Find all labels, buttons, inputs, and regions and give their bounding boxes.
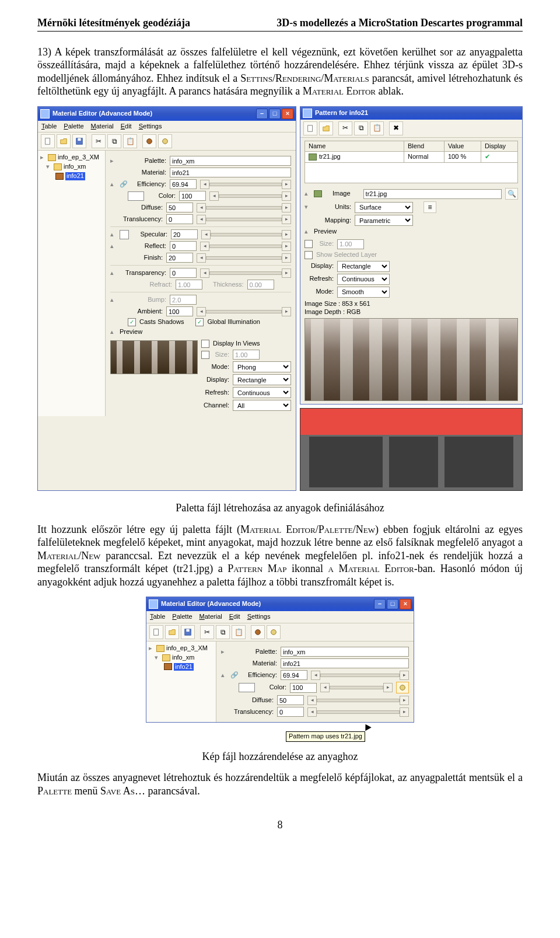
new-button[interactable] xyxy=(149,625,163,639)
pattern-map-icon[interactable] xyxy=(396,682,409,693)
close-button[interactable]: × xyxy=(282,109,293,119)
units-select[interactable]: Surface xyxy=(355,202,413,213)
efficiency-input[interactable] xyxy=(281,670,307,680)
refresh-select[interactable]: Continuous xyxy=(233,387,291,398)
transparency-slider[interactable]: ◂▸ xyxy=(200,269,291,277)
tree-root[interactable]: ▸info_ep_3_XM xyxy=(149,644,214,653)
palette-tree[interactable]: ▸info_ep_3_XM ▾info_xm info21 xyxy=(146,641,216,722)
tree-palette[interactable]: ▾info_xm xyxy=(149,653,214,662)
image-input[interactable] xyxy=(363,189,502,199)
copy-icon[interactable]: ⧉ xyxy=(354,121,368,135)
translucency-input[interactable] xyxy=(277,707,304,717)
diffuse-input[interactable] xyxy=(277,695,304,705)
paste-icon[interactable]: 📋 xyxy=(232,625,246,639)
open-button[interactable] xyxy=(319,121,333,135)
3d-viewport[interactable] xyxy=(300,408,523,491)
save-button[interactable] xyxy=(72,134,86,148)
maximize-button[interactable]: □ xyxy=(269,109,281,119)
reflect-slider[interactable]: ◂▸ xyxy=(200,242,291,250)
mat-icon-b[interactable] xyxy=(267,625,281,639)
cut-icon[interactable]: ✂ xyxy=(200,625,214,639)
efficiency-input[interactable] xyxy=(170,179,197,189)
tree-material[interactable]: info21 xyxy=(40,172,103,181)
new-button[interactable] xyxy=(303,121,317,135)
col-display[interactable]: Display xyxy=(481,141,517,152)
col-value[interactable]: Value xyxy=(444,141,481,152)
open-button[interactable] xyxy=(57,134,71,148)
reflect-input[interactable] xyxy=(170,241,197,251)
display-select[interactable]: Rectangle xyxy=(233,374,291,385)
material-input[interactable] xyxy=(281,658,409,668)
mode-select[interactable]: Phong xyxy=(233,361,291,372)
color-slider[interactable]: ◂▸ xyxy=(320,684,393,692)
ambient-input[interactable] xyxy=(166,306,193,316)
open-button[interactable] xyxy=(165,625,179,639)
col-name[interactable]: Name xyxy=(305,141,404,152)
size-checkbox[interactable] xyxy=(304,240,313,248)
transparency-input[interactable] xyxy=(170,268,197,278)
menu-material[interactable]: Material xyxy=(200,613,222,621)
maximize-button[interactable]: □ xyxy=(387,599,398,609)
color-input[interactable] xyxy=(179,191,206,201)
diffuse-input[interactable] xyxy=(166,203,193,212)
menu-table[interactable]: Table xyxy=(150,613,165,621)
specular-input[interactable] xyxy=(171,229,198,239)
copy-icon[interactable]: ⧉ xyxy=(107,134,121,148)
titlebar[interactable]: Material Editor (Advanced Mode) – □ × xyxy=(38,107,296,121)
palette-input[interactable] xyxy=(170,156,291,166)
menu-material[interactable]: Material xyxy=(91,123,114,131)
minimize-button[interactable]: – xyxy=(374,599,386,609)
menu-settings[interactable]: Settings xyxy=(247,613,271,621)
menu-edit[interactable]: Edit xyxy=(121,123,132,131)
size-checkbox[interactable] xyxy=(201,351,209,359)
new-button[interactable] xyxy=(41,134,55,148)
channel-select[interactable]: All xyxy=(233,400,291,411)
p-display-select[interactable]: Rectangle xyxy=(337,261,390,272)
paste-icon[interactable]: 📋 xyxy=(370,121,384,135)
palette-input[interactable] xyxy=(281,647,409,657)
copy-icon[interactable]: ⧉ xyxy=(216,625,230,639)
col-blend[interactable]: Blend xyxy=(404,141,444,152)
close-button[interactable]: × xyxy=(400,599,411,609)
save-button[interactable] xyxy=(181,625,195,639)
menu-table[interactable]: Table xyxy=(41,123,57,131)
tree-palette[interactable]: ▾info_xm xyxy=(40,162,103,172)
menu-palette[interactable]: Palette xyxy=(64,123,83,131)
mapping-select[interactable]: Parametric xyxy=(355,215,413,226)
casts-shadows-checkbox[interactable]: ✓ xyxy=(128,318,136,326)
efficiency-slider[interactable]: ◂▸ xyxy=(200,180,291,189)
browse-icon[interactable]: 🔍 xyxy=(505,188,518,200)
titlebar[interactable]: Material Editor (Advanced Mode) – □ × xyxy=(146,597,414,611)
menu-settings[interactable]: Settings xyxy=(139,123,162,131)
tree-material[interactable]: info21 xyxy=(149,662,214,672)
cut-icon[interactable]: ✂ xyxy=(92,134,106,148)
mat-icon-b[interactable] xyxy=(158,134,172,148)
layer-row[interactable]: tr21.jpg Normal 100 % ✔ xyxy=(304,152,518,163)
finish-input[interactable] xyxy=(166,253,193,263)
p-mode-select[interactable]: Smooth xyxy=(337,287,390,298)
material-input[interactable] xyxy=(170,168,291,177)
efficiency-slider[interactable]: ◂▸ xyxy=(311,671,409,679)
p-refresh-select[interactable]: Continuous xyxy=(337,274,390,285)
specular-swatch[interactable] xyxy=(120,230,129,239)
color-swatch[interactable] xyxy=(128,191,144,201)
translucency-slider[interactable]: ◂▸ xyxy=(307,708,409,716)
palette-tree[interactable]: ▸info_ep_3_XM ▾info_xm info21 xyxy=(38,151,106,416)
show-layer-checkbox[interactable] xyxy=(304,251,313,259)
paste-icon[interactable]: 📋 xyxy=(123,134,137,148)
mat-icon-a[interactable] xyxy=(142,134,156,148)
cut-icon[interactable]: ✂ xyxy=(338,121,352,135)
color-input[interactable] xyxy=(290,683,317,693)
minimize-button[interactable]: – xyxy=(256,109,268,119)
translucency-input[interactable] xyxy=(166,214,193,224)
diffuse-slider[interactable]: ◂▸ xyxy=(307,696,409,705)
titlebar[interactable]: Pattern for info21 xyxy=(300,107,522,120)
ambient-slider[interactable]: ◂▸ xyxy=(197,308,291,316)
diffuse-slider[interactable]: ◂▸ xyxy=(197,204,291,212)
tree-root[interactable]: ▸info_ep_3_XM xyxy=(40,153,103,162)
menu-edit[interactable]: Edit xyxy=(229,613,240,621)
translucency-slider[interactable]: ◂▸ xyxy=(197,215,291,224)
finish-slider[interactable]: ◂▸ xyxy=(197,254,291,262)
specular-slider[interactable]: ◂▸ xyxy=(201,231,291,239)
mat-icon-a[interactable] xyxy=(251,625,265,639)
